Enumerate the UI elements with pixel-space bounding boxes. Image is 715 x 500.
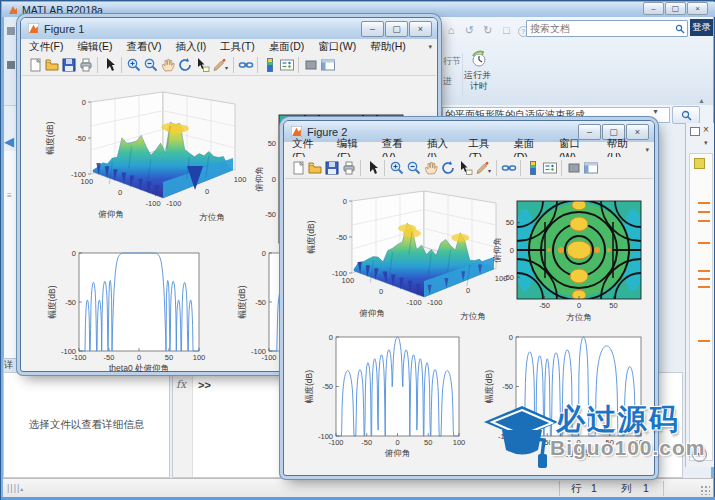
zoom-in-icon[interactable] — [125, 56, 142, 73]
fx-gutter: fx — [173, 373, 193, 477]
back-arrow-icon[interactable]: ◀ — [4, 134, 14, 149]
insert-legend-icon[interactable] — [541, 159, 558, 176]
show-plot-tools-icon[interactable] — [582, 159, 599, 176]
run-time-label-2[interactable]: 计时 — [470, 80, 488, 93]
axis-text: 100 — [342, 276, 355, 285]
axis-text: 50 — [268, 139, 276, 148]
open-file-icon[interactable] — [43, 56, 60, 73]
main-titlebar[interactable]: MATLAB R2018a — [2, 2, 715, 17]
ribbon-collapse-icon[interactable]: ▲ — [698, 97, 705, 104]
close-document-icon[interactable]: × — [703, 124, 709, 135]
warning-mark[interactable] — [698, 270, 710, 272]
ribbon-section-label: 行节 — [443, 55, 461, 68]
axis-text: 幅度(dB) — [237, 285, 247, 318]
rotate-3d-icon[interactable] — [439, 159, 456, 176]
link-plots-icon[interactable] — [500, 159, 517, 176]
pan-icon[interactable] — [159, 56, 176, 73]
main-title: MATLAB R2018a — [22, 4, 103, 16]
save-figure-icon[interactable] — [60, 56, 77, 73]
doc-search-input[interactable] — [527, 23, 675, 34]
menu-item-desktop[interactable]: 桌面(D) — [262, 40, 312, 54]
main-maximize-button[interactable]: ▢ — [665, 2, 686, 15]
warning-mark[interactable] — [698, 340, 710, 342]
zoom-out-icon[interactable] — [405, 159, 422, 176]
brush-dropdown-icon[interactable]: ▾ — [225, 64, 228, 71]
message-summary-icon[interactable] — [694, 158, 705, 169]
minimize-button[interactable]: – — [361, 21, 384, 37]
hide-plot-tools-icon[interactable] — [302, 56, 319, 73]
address-dropdown-icon[interactable]: ▼ — [652, 108, 659, 115]
close-button[interactable]: × — [409, 21, 432, 37]
print-figure-icon[interactable] — [77, 56, 94, 73]
home-icon[interactable]: ⌂ — [444, 24, 458, 36]
search-icon[interactable] — [675, 24, 685, 34]
pointer-icon[interactable] — [364, 159, 381, 176]
status-separator — [559, 481, 560, 496]
insert-colorbar-icon[interactable] — [261, 56, 278, 73]
print-figure-icon[interactable] — [340, 159, 357, 176]
warning-mark[interactable] — [698, 220, 710, 222]
warning-mark[interactable] — [698, 242, 710, 244]
menu-item-help[interactable]: 帮助(H) — [363, 40, 413, 54]
warning-mark[interactable] — [698, 286, 710, 288]
resize-grip[interactable] — [700, 485, 710, 495]
doc-search-box[interactable] — [526, 20, 688, 37]
zoom-out-icon[interactable] — [142, 56, 159, 73]
warning-mark[interactable] — [698, 278, 710, 280]
pan-icon[interactable] — [422, 159, 439, 176]
new-document-icon[interactable] — [26, 56, 43, 73]
link-plots-icon[interactable] — [237, 56, 254, 73]
plot-f1-surface: 0-50-100幅度(dB)1000-100俯仰角-1000100方位角 — [31, 86, 251, 236]
restore-document-icon[interactable] — [690, 127, 700, 136]
axis-text: 0 — [329, 333, 333, 342]
status-grip-left-icon[interactable]: ||||▴ — [7, 483, 24, 493]
layout-icon[interactable]: □ — [499, 24, 513, 36]
axis-text: -50 — [336, 233, 347, 242]
axis-text: 0 — [82, 98, 86, 107]
menu-item-tools[interactable]: 工具(T) — [213, 40, 261, 54]
undo-icon[interactable]: ↺ — [462, 24, 476, 37]
warning-mark[interactable] — [698, 202, 710, 204]
zoom-in-icon[interactable] — [388, 159, 405, 176]
strip-dropdown-icon[interactable]: ▾ — [704, 139, 708, 147]
login-button[interactable]: 登录 — [690, 19, 713, 36]
menu-item-insert[interactable]: 插入(I) — [168, 40, 213, 54]
data-cursor-icon[interactable] — [456, 159, 473, 176]
axis-text: 100 — [193, 353, 206, 362]
pointer-icon[interactable] — [101, 56, 118, 73]
brush-dropdown-icon[interactable]: ▾ — [488, 167, 491, 174]
save-figure-icon[interactable] — [323, 159, 340, 176]
menubar-overflow-icon[interactable]: ▾ — [428, 43, 432, 51]
rotate-3d-icon[interactable] — [176, 56, 193, 73]
menu-item-window[interactable]: 窗口(W) — [311, 40, 363, 54]
new-document-icon[interactable] — [289, 159, 306, 176]
main-close-button[interactable]: × — [687, 2, 708, 15]
figure2-toolbar: ▾ — [285, 157, 653, 179]
show-plot-tools-icon[interactable] — [319, 56, 336, 73]
toolstrip-icon[interactable] — [7, 27, 15, 35]
menu-item-file[interactable]: 文件(F) — [22, 40, 70, 54]
run-and-time-icon[interactable] — [470, 50, 488, 68]
data-cursor-icon[interactable] — [193, 56, 210, 73]
figure1-titlebar[interactable]: Figure 1 – ▢ × — [21, 18, 437, 39]
menu-item-edit[interactable]: 编辑(E) — [70, 40, 119, 54]
warning-mark[interactable] — [698, 211, 710, 213]
address-search-button[interactable] — [672, 106, 700, 124]
maximize-button[interactable]: ▢ — [385, 21, 408, 37]
toolstrip-icon[interactable] — [7, 61, 15, 69]
axis-text: 幅度(dB) — [306, 220, 316, 253]
axis-text: -100 — [251, 347, 266, 356]
panel-glyph-icon[interactable]: ≡ — [7, 191, 12, 200]
matlab-figure-icon — [291, 126, 302, 137]
insert-legend-icon[interactable] — [278, 56, 295, 73]
hide-plot-tools-icon[interactable] — [565, 159, 582, 176]
axis-text: -100 — [166, 199, 181, 208]
axis-text: 俯仰角 — [493, 237, 502, 263]
menu-item-view[interactable]: 查看(V) — [119, 40, 168, 54]
redo-icon[interactable]: ↻ — [481, 24, 495, 37]
toolstrip-left-sliver — [4, 17, 19, 106]
open-file-icon[interactable] — [306, 159, 323, 176]
menubar-overflow-icon[interactable]: ▾ — [645, 146, 649, 154]
insert-colorbar-icon[interactable] — [524, 159, 541, 176]
main-minimize-button[interactable]: – — [643, 2, 664, 15]
